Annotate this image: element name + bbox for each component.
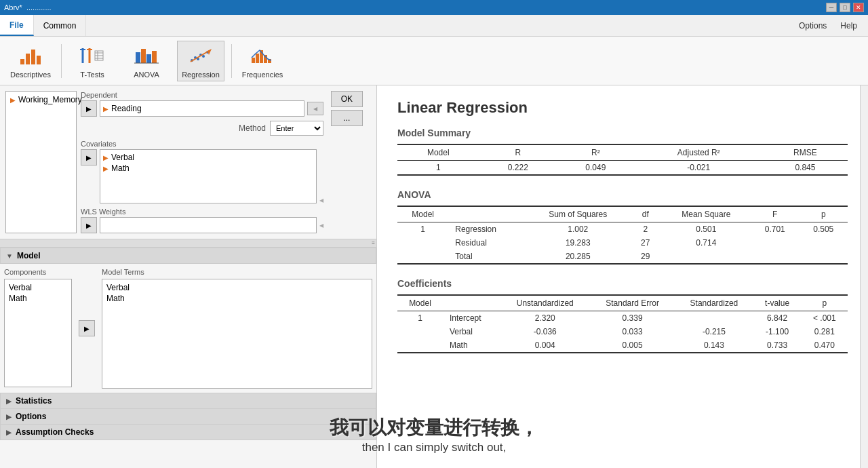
close-button[interactable]: ✕ (853, 3, 864, 12)
variable-working-memory[interactable]: ▶ Working_Memory (9, 94, 73, 105)
anova-r2-f (751, 236, 799, 250)
anova-r1-ss: 1.002 (527, 222, 629, 237)
svg-rect-2 (31, 50, 35, 64)
wls-arrow-btn[interactable]: ▶ (81, 217, 97, 233)
model-terms-list: Verbal Math (102, 279, 372, 389)
coef-row-intercept: 1 Intercept 2.320 0.339 6.842 < .001 (397, 311, 848, 326)
var-pin-icon: ▶ (10, 96, 16, 104)
anova-r3-ms (662, 250, 751, 264)
toolbar-descriptives-label: Descriptives (10, 71, 51, 79)
anova-row-total: Total 20.285 29 (397, 250, 848, 264)
anova-r2-ss: 19.283 (527, 236, 629, 250)
term-verbal: Verbal (105, 282, 369, 293)
cov-math-pin: ▶ (103, 165, 108, 172)
wls-label: WLS Weights (81, 208, 323, 216)
dependent-field: ▶ Reading (100, 100, 304, 117)
svg-rect-15 (146, 54, 151, 63)
menu-tab-file[interactable]: File (0, 15, 34, 36)
svg-rect-16 (152, 51, 157, 63)
maximize-button[interactable]: □ (840, 3, 850, 12)
anova-col-ms: Mean Square (662, 206, 751, 222)
svg-rect-0 (20, 59, 24, 64)
anova-r1-ms: 0.501 (662, 222, 751, 237)
menu-options[interactable]: Options (799, 21, 827, 31)
coef-r3-se: 0.005 (590, 338, 675, 353)
toolbar-descriptives[interactable]: Descriptives (7, 41, 54, 81)
assumption-checks-header[interactable]: ▶ Assumption Checks (0, 425, 376, 440)
coef-r2-se: 0.033 (590, 325, 675, 338)
anova-r3-model (397, 250, 448, 264)
toolbar-regression[interactable]: Regression (177, 41, 224, 81)
anova-table: Model Sum of Squares df Mean Square F p … (397, 206, 848, 265)
toolbar: Descriptives T-Tests (0, 37, 868, 85)
model-summary-title: Model Summary (397, 128, 848, 138)
ttest-icon (80, 43, 104, 68)
coef-col-se: Standard Error (590, 295, 675, 311)
covariates-arrow-btn[interactable]: ▶ (81, 149, 97, 165)
options-header[interactable]: ▶ Options (0, 409, 376, 425)
coef-col-type (443, 295, 500, 311)
method-label: Method (239, 123, 266, 133)
toolbar-anova[interactable]: ANOVA (123, 41, 170, 81)
dependent-label: Dependent (81, 91, 323, 99)
model-section-header[interactable]: ▼ Model (0, 248, 376, 264)
anova-r1-p: 0.505 (800, 222, 848, 237)
dependent-clear-btn[interactable]: ◀ (307, 102, 323, 115)
coef-r1-se: 0.339 (590, 311, 675, 326)
right-scrollbar[interactable] (860, 85, 868, 468)
app-subtitle: ............ (26, 3, 52, 12)
anova-col-df: df (629, 206, 662, 222)
svg-rect-13 (136, 52, 140, 63)
anova-r3-type: Total (448, 250, 526, 264)
menu-tab-common[interactable]: Common (34, 15, 87, 36)
dependent-arrow-btn[interactable]: ▶ (81, 100, 97, 117)
dependent-value: Reading (111, 104, 142, 113)
coef-col-p: p (802, 295, 848, 311)
dots-button[interactable]: ... (331, 110, 363, 126)
ms-col-adjr2: Adjusted R² (635, 144, 763, 161)
svg-rect-26 (252, 58, 255, 63)
frequencies-icon (250, 43, 275, 68)
model-terms-arrow-btn[interactable]: ▶ (79, 320, 95, 336)
variable-label: Working_Memory (18, 95, 82, 104)
model-section: ▼ Model Components Verbal Math ▶ (0, 248, 376, 393)
variables-list: ▶ Working_Memory (5, 91, 77, 233)
main-area: ▶ Working_Memory Dependent ▶ ▶ Reading ◀ (0, 85, 868, 468)
comp-verbal: Verbal (7, 282, 68, 293)
anova-r2-model (397, 236, 448, 250)
coef-r1-model: 1 (397, 311, 443, 326)
toolbar-frequencies-label: Frequencies (242, 71, 283, 79)
anova-col-type (448, 206, 526, 222)
app-name: Abrv* (4, 3, 22, 12)
components-list: Verbal Math (4, 279, 72, 387)
coef-row-math: Math 0.004 0.005 0.143 0.733 0.470 (397, 338, 848, 353)
left-panel: ▶ Working_Memory Dependent ▶ ▶ Reading ◀ (0, 85, 377, 468)
ms-col-r2: R² (557, 144, 635, 161)
regression-icon (189, 43, 213, 68)
coefficients-section: Coefficients Model Unstandardized Standa… (397, 278, 848, 353)
right-panel: Linear Regression Model Summary Model R … (377, 85, 868, 468)
model-terms-panel: Model Terms Verbal Math (102, 268, 372, 389)
toolbar-frequencies[interactable]: Frequencies (239, 41, 286, 81)
coef-col-model: Model (397, 295, 443, 311)
menu-help[interactable]: Help (840, 21, 857, 31)
anova-r3-df: 29 (629, 250, 662, 264)
svg-rect-3 (37, 56, 41, 64)
anova-col-f: F (751, 206, 799, 222)
ok-button[interactable]: OK (331, 91, 363, 107)
anova-section: ANOVA Model Sum of Squares df Mean Squar… (397, 189, 848, 265)
anova-r3-p (800, 250, 848, 264)
anova-col-p: p (800, 206, 848, 222)
covariates-label: Covariates (81, 140, 323, 148)
minimize-button[interactable]: ─ (826, 3, 837, 12)
coef-col-std: Standardized (675, 295, 753, 311)
components-label: Components (4, 268, 72, 276)
coef-r1-type: Intercept (443, 311, 500, 326)
method-select[interactable]: Enter Stepwise Backward Forward (270, 121, 323, 136)
ms-col-r: R (479, 144, 557, 161)
statistics-expand-icon: ▶ (6, 397, 12, 405)
toolbar-ttests[interactable]: T-Tests (68, 41, 116, 81)
ms-row1-rmse: 0.845 (763, 161, 848, 176)
statistics-header[interactable]: ▶ Statistics (0, 393, 376, 409)
action-buttons: OK ... (331, 91, 363, 126)
